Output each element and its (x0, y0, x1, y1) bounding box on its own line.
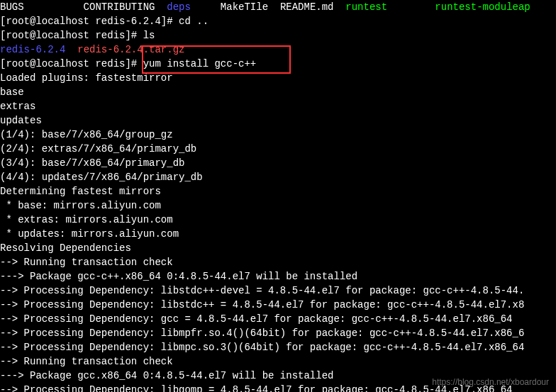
terminal-text: (2/4): extras/7/x86_64/primary_db (0, 143, 196, 155)
terminal-text: runtest (345, 1, 387, 13)
terminal-line: Determining fastest mirrors (0, 184, 556, 198)
terminal-text: deps (167, 1, 191, 13)
terminal-line: Loaded plugins: fastestmirror (0, 71, 556, 85)
terminal-line: * extras: mirrors.aliyun.com (0, 213, 556, 227)
terminal-text (65, 44, 77, 55)
terminal-text: extras (0, 101, 35, 112)
terminal-text: * extras: mirrors.aliyun.com (0, 214, 173, 225)
terminal-line: --> Processing Dependency: libmpc.so.3()… (0, 340, 556, 354)
terminal-text: [root@localhost redis]# yum install gcc-… (0, 58, 256, 69)
terminal-output[interactable]: BUGS CONTRIBUTING deps MakeTIle README.m… (0, 0, 556, 392)
terminal-text: ---> Package gcc.x86_64 0:4.8.5-44.el7 w… (0, 370, 333, 381)
terminal-line: --> Processing Dependency: libmpfr.so.4(… (0, 326, 556, 340)
terminal-text (387, 1, 435, 13)
terminal-line: * updates: mirrors.aliyun.com (0, 227, 556, 241)
terminal-line: (4/4): updates/7/x86_64/primary_db (0, 170, 556, 184)
terminal-text: Loaded plugins: fastestmirror (0, 72, 173, 84)
terminal-text: (4/4): updates/7/x86_64/primary_db (0, 172, 203, 183)
terminal-text: redis-6.2.4.tar.gz (77, 44, 184, 55)
terminal-text: --> Processing Dependency: libstdc++ = 4… (0, 299, 524, 310)
terminal-text: [root@localhost redis-6.2.4]# cd .. (0, 16, 208, 27)
terminal-text: BUGS CONTRIBUTING (0, 1, 167, 13)
terminal-line: --> Processing Dependency: libstdc++-dev… (0, 284, 556, 298)
terminal-text: --> Running transaction check (0, 356, 173, 367)
terminal-text: Determining fastest mirrors (0, 186, 161, 197)
terminal-text: ---> Package gcc-c++.x86_64 0:4.8.5-44.e… (0, 271, 357, 282)
terminal-text: runtest-moduleap (435, 1, 530, 13)
terminal-text: * updates: mirrors.aliyun.com (0, 228, 179, 240)
terminal-line: (3/4): base/7/x86_64/primary_db (0, 156, 556, 170)
terminal-line: --> Processing Dependency: gcc = 4.8.5-4… (0, 312, 556, 326)
terminal-line: (1/4): base/7/x86_64/group_gz (0, 128, 556, 142)
terminal-text: --> Processing Dependency: libmpfr.so.4(… (0, 327, 524, 339)
terminal-text: base (0, 86, 24, 98)
terminal-text: * base: mirrors.aliyun.com (0, 200, 161, 211)
terminal-text: (3/4): base/7/x86_64/primary_db (0, 157, 184, 169)
terminal-text: Resolving Dependencies (0, 242, 131, 254)
terminal-line: * base: mirrors.aliyun.com (0, 198, 556, 213)
terminal-line: Resolving Dependencies (0, 241, 556, 255)
terminal-text: [root@localhost redis]# ls (0, 30, 155, 41)
terminal-line: [root@localhost redis]# yum install gcc-… (0, 57, 556, 71)
terminal-text: (1/4): base/7/x86_64/group_gz (0, 129, 173, 140)
terminal-line: [root@localhost redis-6.2.4]# cd .. (0, 14, 556, 28)
terminal-line: BUGS CONTRIBUTING deps MakeTIle README.m… (0, 0, 556, 14)
terminal-text: --> Running transaction check (0, 257, 173, 268)
terminal-text: redis-6.2.4 (0, 44, 65, 55)
terminal-line: ---> Package gcc-c++.x86_64 0:4.8.5-44.e… (0, 269, 556, 284)
terminal-line: --> Running transaction check (0, 354, 556, 369)
terminal-line: --> Processing Dependency: libstdc++ = 4… (0, 298, 556, 312)
terminal-line: redis-6.2.4 redis-6.2.4.tar.gz (0, 43, 556, 57)
terminal-line: [root@localhost redis]# ls (0, 28, 556, 43)
terminal-text: --> Processing Dependency: libstdc++-dev… (0, 285, 524, 296)
watermark-text: https://blog.csdn.net/xboardour (432, 375, 549, 389)
terminal-text: --> Processing Dependency: libmpc.so.3()… (0, 342, 524, 353)
terminal-line: (2/4): extras/7/x86_64/primary_db (0, 142, 556, 156)
terminal-text: --> Processing Dependency: gcc = 4.8.5-4… (0, 313, 513, 325)
terminal-text: MakeTIle README.md (191, 1, 345, 13)
terminal-line: updates (0, 113, 556, 128)
terminal-line: base (0, 85, 556, 99)
terminal-line: extras (0, 99, 556, 113)
terminal-line: --> Running transaction check (0, 255, 556, 269)
terminal-text: updates (0, 115, 42, 126)
